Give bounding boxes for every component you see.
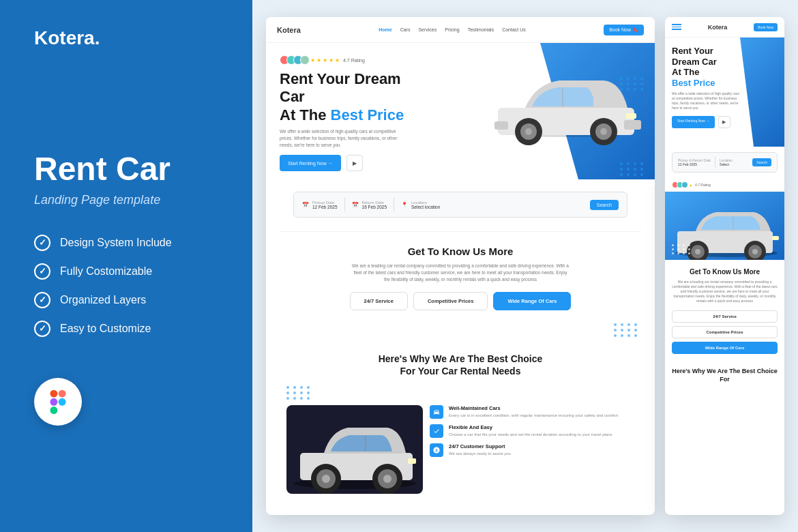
nav-link-services[interactable]: Services: [418, 27, 437, 32]
mobile-book-btn[interactable]: Book Now: [754, 23, 778, 31]
nav-link-testimonials[interactable]: Testimonials: [468, 27, 494, 32]
mobile-know-section: Get To Know Us More We are a leading car…: [665, 260, 784, 361]
best-content: Well-Maintained Cars Every car is in exc…: [286, 405, 634, 494]
know-title: Get To Know Us More: [286, 246, 634, 257]
star-1: ★: [310, 57, 315, 63]
mobile-best-title: Here's Why We Are The Best Choice For: [672, 368, 778, 383]
nav-book-btn[interactable]: Book Now 🔖: [604, 25, 644, 35]
mobile-location-field: Location Select: [720, 158, 733, 166]
feature-label-3: Organized Layers: [60, 294, 146, 306]
best-section: Here's Why We Are The Best Choice For Yo…: [266, 342, 655, 503]
play-btn[interactable]: ▶: [346, 155, 363, 171]
search-bar-container: 📅 Pickup Date 12 Feb 2025 📅 Return Date …: [266, 186, 655, 231]
mobile-car-section: [665, 192, 784, 260]
figma-badge: [34, 378, 82, 426]
mobile-menu-icon[interactable]: [672, 24, 681, 30]
feature-maintained: Well-Maintained Cars Every car is in exc…: [430, 405, 634, 419]
star-4: ★: [329, 57, 334, 63]
search-button[interactable]: Search: [590, 200, 619, 210]
check-feature-icon: [430, 424, 443, 438]
feature-label-4: Easy to Customize: [60, 323, 151, 335]
mobile-avatar-3: [681, 181, 688, 188]
feature-flexible: Flexible And Easy Choose a car that fits…: [430, 424, 634, 438]
feature-label-1: Design System Include: [60, 237, 172, 249]
mobile-nav: Kotera Book Now: [665, 17, 784, 38]
best-features: Well-Maintained Cars Every car is in exc…: [430, 405, 634, 494]
mobile-preview: Kotera Book Now Rent Your Dream Car At T…: [665, 17, 784, 515]
svg-point-4: [59, 398, 66, 406]
nav-links: Home Cars Services Pricing Testimonials …: [379, 27, 526, 32]
dots-grid-mid: [266, 321, 655, 342]
location-value[interactable]: Select location: [411, 205, 440, 209]
check-icon-1: [34, 235, 50, 251]
mobile-location-value[interactable]: Select: [720, 162, 733, 166]
svg-rect-15: [624, 120, 641, 130]
nav-link-cars[interactable]: Cars: [400, 27, 411, 32]
hero-section: ★ ★ ★ ★ ★ 4.7 Rating Rent Your Dream Car…: [266, 43, 655, 186]
dots-grid-bottom: [620, 162, 645, 176]
service-cards: 24/7 Service Competitive Prices Wide Ran…: [286, 292, 634, 310]
mobile-avatars: [672, 181, 686, 188]
mobile-search-btn[interactable]: Search: [752, 158, 771, 166]
pickup-field: 📅 Pickup Date 12 Feb 2025: [302, 201, 338, 209]
mobile-logo: Kotera: [708, 24, 728, 31]
star-rating: ★ ★ ★ ★ ★: [310, 57, 340, 63]
svg-rect-39: [772, 236, 779, 240]
features-list: Design System Include Fully Costomizable…: [34, 235, 218, 337]
hero-desc: We offer a wide selection of high-qualit…: [280, 128, 402, 148]
best-section-title: Here's Why We Are The Best Choice For Yo…: [286, 353, 634, 377]
feature-item-design-system: Design System Include: [34, 235, 218, 251]
mobile-card-wide[interactable]: Wide Range Of Cars: [672, 342, 778, 354]
start-renting-btn[interactable]: Start Renting Now →: [280, 155, 341, 171]
sub-heading: Landing Page template: [34, 193, 218, 207]
mobile-know-desc: We are a leading car rental company comm…: [672, 280, 778, 304]
feature-label-2: Fully Costomizable: [60, 265, 152, 278]
service-card-competitive[interactable]: Competitive Prices: [413, 292, 488, 310]
svg-point-26: [383, 475, 391, 483]
pickup-label: Pickup Date: [312, 201, 338, 205]
mobile-pickup-field: Pickup & Return Date 12 Feb 2025: [678, 158, 711, 166]
svg-rect-1: [59, 389, 66, 397]
svg-rect-3: [50, 407, 57, 414]
feature-item-easy: Easy to Customize: [34, 321, 218, 337]
hero-title: Rent Your Dream Car At The Best Price: [280, 70, 416, 124]
svg-point-23: [322, 475, 330, 483]
svg-rect-2: [50, 398, 57, 406]
svg-point-35: [695, 249, 700, 254]
feature-maintained-text: Well-Maintained Cars Every car is in exc…: [449, 405, 618, 418]
nav-link-contact[interactable]: Contact Us: [502, 27, 526, 32]
brand-name: Kotera.: [34, 27, 218, 49]
mobile-pickup-value[interactable]: 12 Feb 2025: [678, 162, 711, 166]
nav-link-pricing[interactable]: Pricing: [445, 27, 459, 32]
check-icon-3: [34, 292, 50, 308]
best-car-image: [286, 405, 423, 494]
mobile-dots-grid: [672, 244, 692, 254]
mobile-hero: Rent Your Dream Car At The Best Price We…: [665, 38, 784, 147]
feature-support: 24/7 Customer Support We are always read…: [430, 443, 634, 457]
rating-avatars: [280, 55, 307, 65]
mobile-start-renting-btn[interactable]: Start Renting Now →: [672, 116, 715, 128]
mobile-search-divider: [715, 157, 715, 168]
star-half: ★: [335, 57, 340, 63]
svg-point-13: [600, 128, 607, 135]
location-field: 📍 Location Select location: [401, 201, 440, 209]
return-value[interactable]: 16 Feb 2025: [362, 205, 387, 209]
hero-car-image: [484, 53, 648, 158]
mobile-play-btn[interactable]: ▶: [718, 116, 730, 128]
nav-link-home[interactable]: Home: [379, 27, 391, 32]
feature-item-organized: Organized Layers: [34, 292, 218, 308]
mobile-card-competitive[interactable]: Competitive Prices: [672, 326, 778, 338]
pickup-value[interactable]: 12 Feb 2025: [312, 205, 338, 209]
service-card-wide[interactable]: Wide Range Of Cars: [493, 292, 571, 310]
support-feature-icon: [430, 443, 443, 457]
check-icon-2: [34, 263, 50, 280]
mobile-card-247[interactable]: 24/7 Service: [672, 310, 778, 323]
mobile-search-bar: Pickup & Return Date 12 Feb 2025 Locatio…: [672, 152, 778, 173]
avatar-4: [300, 55, 310, 65]
star-2: ★: [316, 57, 321, 63]
mobile-know-title: Get To Know Us More: [672, 268, 778, 276]
svg-rect-14: [494, 121, 508, 130]
service-card-247[interactable]: 24/7 Service: [350, 292, 408, 310]
feature-flexible-text: Flexible And Easy Choose a car that fits…: [449, 424, 612, 437]
mobile-best-section: Here's Why We Are The Best Choice For: [665, 361, 784, 390]
